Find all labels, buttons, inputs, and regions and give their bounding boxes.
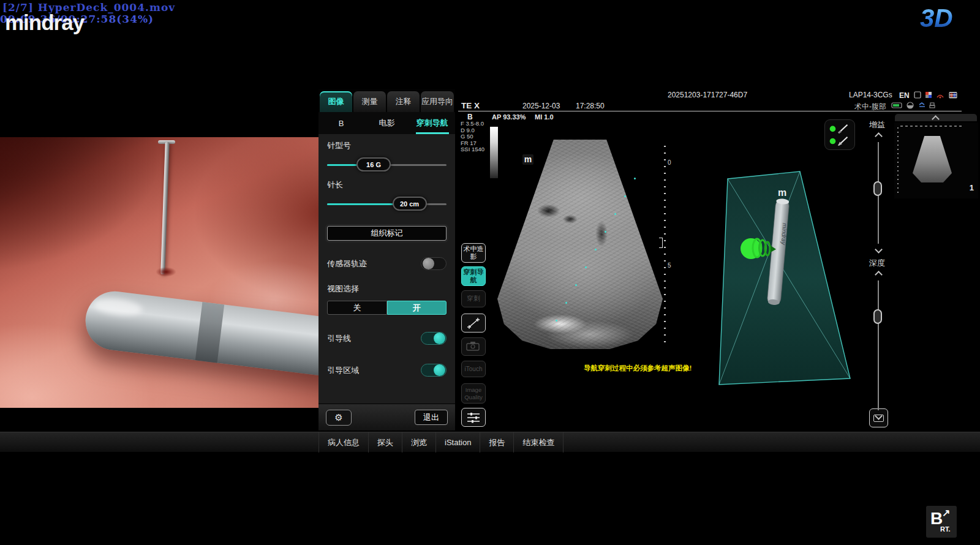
subtab-b[interactable]: B xyxy=(318,112,364,134)
guide-area-toggle[interactable] xyxy=(421,364,447,377)
guide-line-dot xyxy=(585,266,587,268)
tab-image[interactable]: 图像 xyxy=(320,91,352,112)
needle-nav-button[interactable]: 穿刺导 航 xyxy=(461,266,486,286)
acoustic-power: AP 93.33% xyxy=(492,113,526,121)
panel-subtab-bar: B 电影 穿刺导航 xyxy=(318,112,455,134)
3d-logo: 3D xyxy=(920,4,953,33)
toggle-knob xyxy=(434,333,445,344)
ruler-label-0: 0 xyxy=(668,159,671,166)
thumbnail-collapse-button[interactable] xyxy=(895,114,977,121)
istation-button[interactable]: iStation xyxy=(436,432,480,453)
3d-navigation-view: mindray m xyxy=(710,164,858,392)
language-indicator: EN xyxy=(899,91,910,100)
thumbnail-ruler xyxy=(897,127,899,194)
toggle-knob xyxy=(434,364,445,376)
probe-button[interactable]: 探头 xyxy=(369,432,402,453)
eject-icon xyxy=(919,103,925,107)
bottom-left-menu: 病人信息 探头 浏览 iStation 报告 结束检查 xyxy=(318,432,564,453)
gear-icon: ⚙ xyxy=(334,412,342,423)
depth-up-arrow[interactable] xyxy=(875,271,883,279)
review-button[interactable]: 浏览 xyxy=(402,432,436,453)
needle-length-value[interactable]: 20 cm xyxy=(393,197,427,211)
osd-filename: [2/7] HyperDeck_0004.mov xyxy=(2,1,175,13)
thumbnail-topline xyxy=(900,126,962,127)
clip-thumbnail[interactable]: 1 xyxy=(894,122,978,198)
clipboard-icon xyxy=(914,92,921,98)
gain-up-arrow[interactable] xyxy=(875,132,883,140)
tab-measure[interactable]: 测量 xyxy=(353,91,386,112)
guide-line-dot xyxy=(634,178,636,179)
tissue-mark-button[interactable]: 组织标记 xyxy=(327,226,447,241)
thumbnail-image xyxy=(913,136,952,182)
gain-label: 增益 xyxy=(869,119,885,130)
network-icon xyxy=(937,96,943,99)
guide-line-dot xyxy=(565,302,567,304)
sliders-icon xyxy=(466,412,481,424)
sensor-track-toggle[interactable] xyxy=(421,257,447,270)
param-ssi: SSI 1540 xyxy=(461,146,484,153)
guide-line-dot xyxy=(575,284,577,286)
guide-line-dot xyxy=(624,195,626,197)
guide-line-dot xyxy=(614,213,616,215)
needle-gauge-label: 针型号 xyxy=(327,140,447,151)
depth-slider-track[interactable] xyxy=(878,280,879,410)
guide-line-dot xyxy=(595,249,597,250)
report-button[interactable]: 报告 xyxy=(480,432,514,453)
menu-adjust-button[interactable] xyxy=(461,408,486,427)
needle-status-widget[interactable] xyxy=(824,119,855,150)
laparoscopic-ultrasound-probe xyxy=(82,288,318,377)
tab-annotate[interactable]: 注释 xyxy=(387,91,420,112)
depth-slider-thumb[interactable] xyxy=(873,309,882,324)
needle-gauge-value[interactable]: 16 G xyxy=(356,157,391,171)
view-on-button[interactable]: 开 xyxy=(387,301,447,315)
sensor-track-label: 传感器轨迹 xyxy=(327,258,367,269)
mindray-logo: mindray xyxy=(5,10,84,35)
depth-ruler xyxy=(664,146,666,348)
depth-label: 深度 xyxy=(869,258,885,269)
exam-id: 20251203-171727-46D7 xyxy=(668,91,747,99)
printer-icon xyxy=(930,103,935,108)
toggle-knob xyxy=(423,258,434,269)
exam-date: 2025-12-03 xyxy=(522,102,560,110)
disk-icon xyxy=(907,102,913,108)
guide-area-label: 引导区域 xyxy=(327,365,359,376)
measure-caliper-button[interactable] xyxy=(461,314,486,333)
view-off-button[interactable]: 关 xyxy=(327,301,387,315)
status-icons-row2 xyxy=(891,102,941,109)
needle-length-slider[interactable]: 20 cm xyxy=(327,197,447,211)
settings-button[interactable]: ⚙ xyxy=(326,410,352,426)
intraop-contrast-button[interactable]: 术中造 影 xyxy=(461,243,486,263)
guide-line-toggle[interactable] xyxy=(421,332,447,345)
imaging-parameters: F 3.5-8.0 D 9.0 G 50 FR 17 SSI 1540 xyxy=(461,121,484,153)
battery-icon xyxy=(892,103,902,108)
subtab-cine[interactable]: 电影 xyxy=(364,112,409,134)
gain-down-arrow[interactable] xyxy=(875,246,883,254)
arrow-up-right-icon: ↗ xyxy=(942,507,950,519)
color-map-icon xyxy=(925,92,932,98)
smart-image-button[interactable] xyxy=(461,337,486,356)
list-menu-icon[interactable] xyxy=(949,91,957,99)
orientation-marker: m xyxy=(522,154,533,165)
param-frequency: F 3.5-8.0 xyxy=(461,121,484,127)
guide-line-dot xyxy=(605,231,606,233)
watermark-suffix: RT. xyxy=(940,525,951,533)
exam-time: 17:28:50 xyxy=(576,102,605,110)
needle1-icon xyxy=(839,125,847,133)
exit-button[interactable]: 退出 xyxy=(415,410,448,425)
tab-application[interactable]: 应用导向 xyxy=(421,91,454,112)
subtab-needle-nav[interactable]: 穿刺导航 xyxy=(410,112,455,134)
ultrasound-system-screen: [2/7] HyperDeck_0004.mov 00:09:36/00:27:… xyxy=(0,0,980,545)
biopsy-button[interactable]: 穿刺 xyxy=(461,290,486,307)
chevron-up-icon xyxy=(932,115,940,123)
gain-slider-thumb[interactable] xyxy=(873,181,882,196)
end-exam-button[interactable]: 结束检查 xyxy=(514,432,564,453)
patient-info-button[interactable]: 病人信息 xyxy=(318,432,369,453)
needle2-status-dot xyxy=(830,138,836,145)
itouch-button[interactable]: iTouch xyxy=(461,361,486,377)
laparoscopic-camera-view xyxy=(0,137,318,408)
needle-gauge-slider[interactable]: 16 G xyxy=(327,157,447,172)
focus-marker xyxy=(659,238,663,248)
needle-rod xyxy=(160,142,170,274)
mechanical-index: MI 1.0 xyxy=(535,113,554,121)
image-quality-button[interactable]: Image Quality xyxy=(461,383,486,404)
